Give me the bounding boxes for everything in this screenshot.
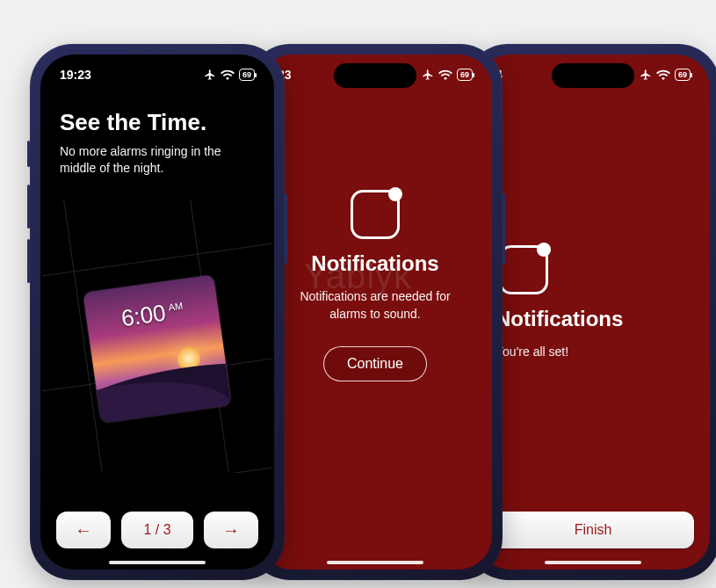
home-indicator[interactable] (545, 561, 641, 564)
notification-badge-icon (499, 245, 548, 294)
battery-indicator: 69 (457, 69, 473, 81)
battery-indicator: 69 (239, 69, 255, 81)
notification-badge-icon (351, 190, 400, 239)
screen-see-the-time: 19:23 69 See the Time. No more alarms ri… (40, 54, 274, 570)
phone-frame-3: 4 69 Notifications You're all set! Finis… (466, 44, 716, 580)
page-indicator[interactable]: 1 / 3 (121, 512, 193, 548)
airplane-icon (204, 69, 216, 81)
home-indicator[interactable] (109, 561, 206, 564)
notifications-body: Notifications are needed for alarms to s… (281, 288, 469, 323)
clock-tile: 6:00AM (83, 274, 231, 423)
airplane-icon (640, 69, 652, 81)
preview-grid: 6:00AM (40, 200, 274, 473)
wifi-icon (656, 69, 670, 80)
notifications-body: You're all set! (495, 344, 568, 361)
screen-notifications-done: 4 69 Notifications You're all set! Finis… (476, 54, 710, 570)
phone-frame-1: 19:23 69 See the Time. No more alarms ri… (30, 44, 285, 580)
tile-time-value: 6:00 (119, 299, 167, 331)
finish-button[interactable]: Finish (492, 512, 694, 548)
phone-frame-2: 23 69 Notifications Notifications are ne… (248, 44, 503, 580)
back-button[interactable]: ← (56, 512, 111, 548)
wifi-icon (221, 69, 235, 80)
wifi-icon (438, 69, 452, 80)
continue-button[interactable]: Continue (323, 346, 427, 381)
notifications-title: Notifications (311, 251, 438, 276)
home-indicator[interactable] (327, 561, 423, 564)
battery-indicator: 69 (675, 69, 691, 81)
next-button[interactable]: → (204, 512, 258, 548)
onboarding-subtitle: No more alarms ringing in the middle of … (60, 143, 255, 177)
screen-notifications-ask: 23 69 Notifications Notifications are ne… (258, 54, 492, 570)
notifications-title: Notifications (495, 307, 623, 331)
dynamic-island (116, 63, 199, 88)
onboarding-title: See the Time. (60, 109, 255, 136)
airplane-icon (422, 69, 434, 81)
status-time: 19:23 (60, 68, 91, 82)
tile-time-ampm: AM (168, 301, 184, 313)
dynamic-island (552, 63, 634, 88)
dynamic-island (334, 63, 416, 88)
